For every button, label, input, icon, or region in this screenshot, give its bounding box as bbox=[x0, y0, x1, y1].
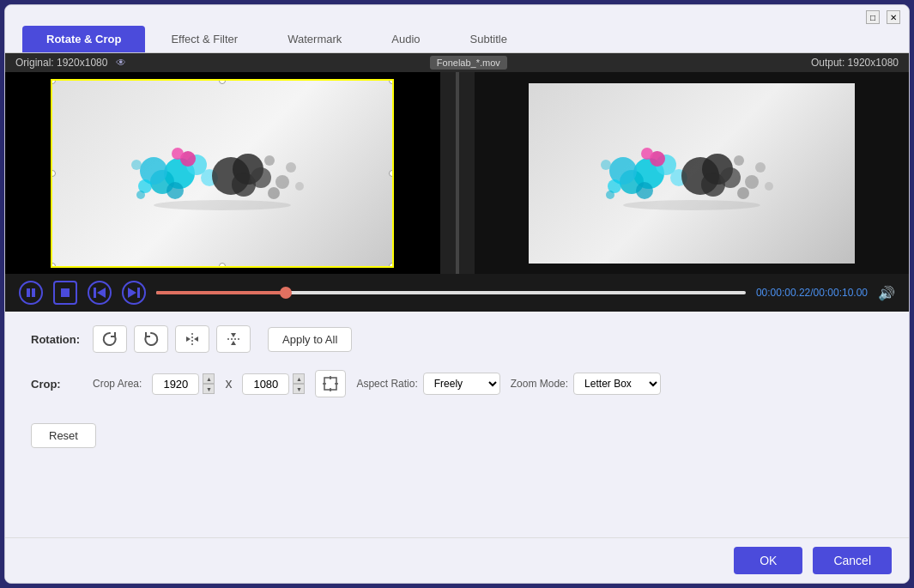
crop-handle-middle-right[interactable] bbox=[389, 170, 394, 177]
svg-point-35 bbox=[755, 162, 766, 173]
tab-effect-filter[interactable]: Effect & Filter bbox=[147, 26, 262, 52]
svg-point-15 bbox=[268, 187, 280, 199]
progress-fill bbox=[156, 291, 286, 294]
svg-marker-54 bbox=[231, 341, 236, 345]
svg-point-3 bbox=[166, 182, 184, 199]
crop-width-input[interactable] bbox=[152, 373, 199, 395]
apply-to-all-button[interactable]: Apply to All bbox=[268, 327, 352, 352]
svg-rect-48 bbox=[137, 288, 140, 298]
svg-rect-43 bbox=[32, 288, 35, 297]
svg-marker-47 bbox=[128, 288, 136, 298]
tab-watermark[interactable]: Watermark bbox=[263, 26, 366, 52]
ok-button[interactable]: OK bbox=[734, 547, 802, 574]
title-bar: □ ✕ bbox=[5, 5, 909, 26]
footer: OK Cancel bbox=[5, 537, 909, 583]
svg-point-41 bbox=[623, 200, 760, 210]
video-preview-left bbox=[51, 79, 394, 268]
filename-badge: Fonelab_*.mov bbox=[430, 57, 507, 69]
zoom-mode-select[interactable]: Letter Box Pan & Scan Full bbox=[573, 373, 661, 395]
rotate-cw-button[interactable] bbox=[134, 325, 168, 353]
tab-bar: Rotate & Crop Effect & Filter Watermark … bbox=[5, 26, 909, 53]
svg-rect-55 bbox=[324, 378, 336, 390]
svg-point-18 bbox=[131, 160, 142, 170]
progress-track[interactable] bbox=[156, 291, 746, 294]
center-crop-button[interactable] bbox=[315, 370, 346, 397]
svg-point-38 bbox=[734, 155, 744, 166]
svg-point-17 bbox=[264, 155, 275, 166]
aspect-ratio-group: Aspect Ratio: Freely 16:9 4:3 1:1 bbox=[356, 373, 499, 395]
svg-point-20 bbox=[154, 200, 291, 210]
video-header: Original: 1920x1080 👁 Fonelab_*.mov Outp… bbox=[5, 53, 909, 72]
dimension-separator: x bbox=[225, 376, 232, 391]
minimize-button[interactable]: □ bbox=[866, 10, 880, 24]
preview-content-right bbox=[580, 135, 803, 212]
aspect-ratio-label: Aspect Ratio: bbox=[356, 378, 417, 390]
cancel-button[interactable]: Cancel bbox=[813, 547, 892, 574]
reset-button[interactable]: Reset bbox=[31, 423, 96, 448]
svg-marker-53 bbox=[231, 333, 236, 337]
svg-point-29 bbox=[641, 148, 653, 160]
crop-width-group: ▲ ▼ bbox=[152, 373, 215, 395]
crop-handle-middle-left[interactable] bbox=[51, 170, 56, 177]
time-display: 00:00:00.22/00:00:10.00 bbox=[756, 287, 868, 299]
crop-handle-bottom-left[interactable] bbox=[51, 263, 56, 268]
crop-row: Crop: Crop Area: ▲ ▼ x ▲ ▼ A bbox=[31, 370, 883, 397]
crop-height-up[interactable]: ▲ bbox=[293, 373, 305, 384]
crop-handle-top-right[interactable] bbox=[389, 79, 394, 84]
svg-point-37 bbox=[765, 182, 773, 191]
crop-handle-top-center[interactable] bbox=[219, 79, 226, 84]
video-right-panel bbox=[475, 72, 910, 274]
rotation-buttons bbox=[93, 325, 251, 353]
close-button[interactable]: ✕ bbox=[887, 10, 900, 24]
next-button[interactable] bbox=[122, 281, 146, 305]
crop-width-up[interactable]: ▲ bbox=[203, 373, 215, 384]
crop-label: Crop: bbox=[31, 378, 82, 391]
video-panels bbox=[5, 72, 909, 274]
tab-subtitle[interactable]: Subtitle bbox=[446, 26, 531, 52]
svg-point-34 bbox=[745, 175, 759, 189]
rotation-row: Rotation: Apply to All bbox=[31, 325, 883, 353]
svg-rect-44 bbox=[61, 288, 70, 297]
video-separator bbox=[440, 72, 475, 274]
crop-width-down[interactable]: ▼ bbox=[203, 384, 215, 394]
crop-height-down[interactable]: ▼ bbox=[293, 384, 305, 394]
svg-point-16 bbox=[295, 182, 304, 191]
output-label: Output: 1920x1080 bbox=[811, 57, 899, 69]
aspect-ratio-select[interactable]: Freely 16:9 4:3 1:1 bbox=[423, 373, 500, 395]
svg-marker-45 bbox=[97, 288, 106, 298]
zoom-mode-group: Zoom Mode: Letter Box Pan & Scan Full bbox=[511, 373, 661, 395]
svg-point-12 bbox=[251, 167, 271, 188]
original-label: Original: 1920x1080 👁 bbox=[15, 57, 126, 69]
crop-height-input[interactable] bbox=[242, 373, 289, 395]
prev-button[interactable] bbox=[88, 281, 112, 305]
svg-point-13 bbox=[275, 175, 289, 189]
crop-height-spinner: ▲ ▼ bbox=[293, 373, 305, 394]
crop-area-label: Crop Area: bbox=[93, 378, 142, 390]
progress-thumb[interactable] bbox=[280, 287, 292, 299]
rotation-label: Rotation: bbox=[31, 333, 82, 346]
rotate-ccw-button[interactable] bbox=[93, 325, 127, 353]
video-area: Original: 1920x1080 👁 Fonelab_*.mov Outp… bbox=[5, 53, 909, 312]
zoom-mode-label: Zoom Mode: bbox=[511, 378, 568, 390]
crop-height-group: ▲ ▼ bbox=[242, 373, 305, 395]
volume-icon[interactable]: 🔊 bbox=[878, 285, 895, 301]
svg-point-39 bbox=[601, 160, 611, 170]
tab-rotate-crop[interactable]: Rotate & Crop bbox=[22, 26, 145, 52]
crop-handle-bottom-right[interactable] bbox=[389, 263, 394, 268]
eye-icon[interactable]: 👁 bbox=[116, 57, 126, 69]
stop-button[interactable] bbox=[53, 281, 77, 305]
svg-marker-50 bbox=[186, 336, 191, 342]
svg-point-36 bbox=[737, 187, 749, 199]
svg-rect-42 bbox=[27, 288, 30, 297]
preview-content-left bbox=[111, 135, 334, 212]
tab-audio[interactable]: Audio bbox=[367, 26, 444, 52]
pause-button[interactable] bbox=[19, 281, 43, 305]
crop-handle-top-left[interactable] bbox=[51, 79, 56, 84]
svg-rect-46 bbox=[94, 288, 96, 298]
flip-vertical-button[interactable] bbox=[216, 325, 251, 353]
playback-bar: 00:00:00.22/00:00:10.00 🔊 bbox=[5, 274, 909, 312]
main-window: □ ✕ Rotate & Crop Effect & Filter Waterm… bbox=[4, 4, 910, 584]
flip-horizontal-button[interactable] bbox=[175, 325, 209, 353]
video-left-panel bbox=[5, 72, 440, 274]
crop-handle-bottom-center[interactable] bbox=[219, 263, 226, 268]
